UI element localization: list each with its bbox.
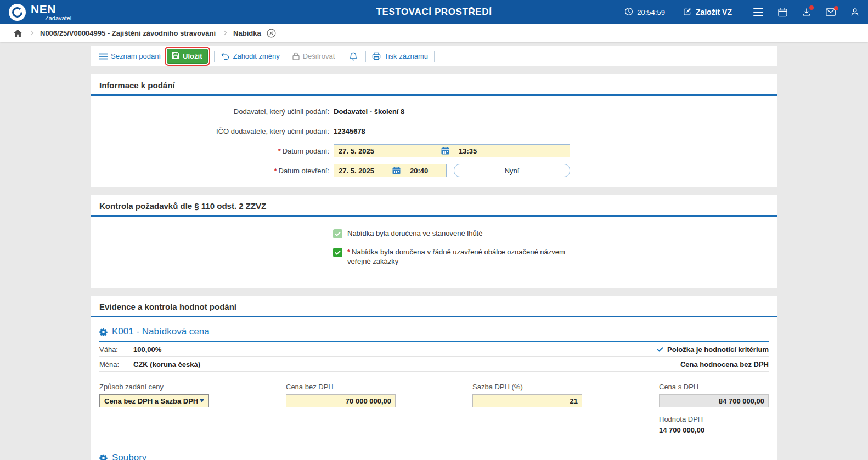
ico-value: 12345678 xyxy=(334,127,365,135)
lock-icon xyxy=(292,52,300,60)
mena-label: Měna: xyxy=(99,360,133,368)
topbar-actions: 20:54:59 Založit VZ xyxy=(624,6,859,18)
nen-logo-icon xyxy=(12,7,23,18)
topbar-icon-group xyxy=(753,8,859,17)
datum-podani-time-value: 13:35 xyxy=(459,147,477,155)
clock-time: 20:54:59 xyxy=(637,8,665,16)
menu-icon[interactable] xyxy=(753,8,763,16)
create-vz-button[interactable]: Založit VZ xyxy=(683,7,732,18)
chevron-down-icon xyxy=(200,399,204,402)
seznam-podani-button[interactable]: Seznam podání xyxy=(99,52,161,60)
breadcrumb-item-contract[interactable]: N006/25/V00004995 - Zajištění závodního … xyxy=(40,29,216,37)
vaha-row: Váha: 100,00% Položka je hodnotící krité… xyxy=(99,342,769,356)
toolbar-separator xyxy=(434,51,435,62)
record-toolbar: Seznam podání Uložit Zahodit změny Dešif… xyxy=(91,46,777,66)
list-icon xyxy=(99,53,108,60)
environment-title: TESTOVACÍ PROSTŘEDÍ xyxy=(376,7,492,18)
supplier-label: Dodavatel, který učinil podání: xyxy=(99,107,329,116)
zpusob-field: Způsob zadání ceny Cena bez DPH a Sazba … xyxy=(99,383,209,435)
cena-bez-dph-label: Cena bez DPH xyxy=(286,383,396,391)
datum-podani-label: *Datum podání: xyxy=(99,147,329,155)
datum-otevreni-date-value: 27. 5. 2025 xyxy=(339,167,374,175)
toolbar-separator xyxy=(365,51,366,62)
cena-bez-dph-field: Cena bez DPH 70 000 000,00 xyxy=(286,383,396,435)
zpusob-label: Způsob zadání ceny xyxy=(99,383,209,391)
discard-changes-button[interactable]: Zahodit změny xyxy=(221,52,279,60)
cena-s-dph-readonly: 84 700 000,00 xyxy=(659,394,769,407)
brand-name: NEN xyxy=(31,3,71,15)
required-asterisk: * xyxy=(278,147,281,155)
info-row: *Datum podání: 27. 5. 2025 13:35 xyxy=(99,144,769,157)
datum-podani-date-field[interactable]: 27. 5. 2025 xyxy=(334,144,454,157)
datum-otevreni-time-value: 20:40 xyxy=(410,167,428,175)
mail-badge xyxy=(834,6,838,10)
gear-icon xyxy=(99,454,108,460)
decrypt-button[interactable]: Dešifrovat xyxy=(292,52,335,60)
hodnota-dph-value: 14 700 000,00 xyxy=(659,426,704,434)
checkbox-obalka[interactable] xyxy=(333,248,342,257)
check-icon xyxy=(657,347,663,352)
info-body: Dodavatel, který učinil podání: Dodavate… xyxy=(91,96,777,187)
kontrola-body: Nabídka byla doručena ve stanovené lhůtě… xyxy=(91,217,777,288)
seznam-podani-label: Seznam podání xyxy=(111,52,161,60)
nen-logo[interactable] xyxy=(9,4,26,21)
print-record-label: Tisk záznamu xyxy=(384,52,428,60)
download-icon[interactable] xyxy=(802,8,811,16)
section-evidence-hodnot: Evidence a kontrola hodnot podání K001 -… xyxy=(91,296,777,460)
breadcrumb-item-nabidka[interactable]: Nabídka xyxy=(233,29,261,37)
gear-icon xyxy=(99,328,108,336)
clock-icon xyxy=(624,7,633,18)
check-icon xyxy=(335,231,341,236)
cena-bez-dph-input[interactable]: 70 000 000,00 xyxy=(286,394,396,407)
section-kontrola-pozadavku: Kontrola požadavků dle § 110 odst. 2 ZZV… xyxy=(91,195,777,288)
checkbox-lhuta[interactable] xyxy=(333,229,342,238)
required-asterisk: * xyxy=(274,167,277,175)
sazba-dph-field: Sazba DPH (%) 21 xyxy=(472,383,582,435)
kriterium-note: Položka je hodnotící kritérium xyxy=(657,345,769,354)
sazba-dph-input[interactable]: 21 xyxy=(472,394,582,407)
save-label: Uložit xyxy=(183,52,202,60)
datum-otevreni-date-field[interactable]: 27. 5. 2025 xyxy=(334,164,405,177)
check-row-lhuta: Nabídka byla doručena ve stanovené lhůtě xyxy=(333,229,769,238)
datum-otevreni-label: *Datum otevření: xyxy=(99,167,329,175)
datum-otevreni-control: 27. 5. 2025 20:40 Nyní xyxy=(334,164,570,177)
topbar-separator xyxy=(674,6,674,18)
info-row: IČO dodavatele, který učinil podání: 123… xyxy=(99,124,769,138)
row-divider xyxy=(99,371,769,372)
check-label-lhuta: Nabídka byla doručena ve stanovené lhůtě xyxy=(347,229,482,238)
sazba-dph-label: Sazba DPH (%) xyxy=(472,383,582,391)
toolbar-separator xyxy=(214,51,215,62)
calendar-picker-icon[interactable] xyxy=(441,147,449,155)
print-record-button[interactable]: Tisk záznamu xyxy=(372,52,428,60)
user-icon[interactable] xyxy=(850,8,859,16)
soubory-title: Soubory xyxy=(112,452,146,460)
calendar-picker-icon[interactable] xyxy=(392,167,401,174)
hodnota-dph-label: Hodnota DPH xyxy=(659,415,769,424)
datum-podani-time-field[interactable]: 13:35 xyxy=(454,144,570,157)
section-title: Evidence a kontrola hodnot podání xyxy=(91,296,777,316)
zpusob-select[interactable]: Cena bez DPH a Sazba DPH xyxy=(99,394,209,407)
ico-label: IČO dodavatele, který učinil podání: xyxy=(99,127,329,135)
printer-icon xyxy=(372,52,381,60)
cena-s-dph-label: Cena s DPH xyxy=(659,383,769,391)
datum-podani-control: 27. 5. 2025 13:35 xyxy=(334,144,570,157)
close-circle-icon[interactable] xyxy=(267,29,276,38)
info-row: *Datum otevření: 27. 5. 2025 20:40 xyxy=(99,164,769,177)
decrypt-label: Dešifrovat xyxy=(303,52,335,60)
section-title: Kontrola požadavků dle § 110 odst. 2 ZZV… xyxy=(91,195,777,215)
vaha-label: Váha: xyxy=(99,345,133,354)
bell-icon[interactable] xyxy=(347,52,359,61)
create-icon xyxy=(683,7,692,18)
calendar-icon[interactable] xyxy=(778,8,787,17)
save-button[interactable]: Uložit xyxy=(167,49,208,64)
nyni-button[interactable]: Nyní xyxy=(454,164,570,177)
home-icon[interactable] xyxy=(13,29,22,37)
cena-s-dph-field: Cena s DPH 84 700 000,00 Hodnota DPH 14 … xyxy=(659,383,769,435)
mail-icon[interactable] xyxy=(826,8,836,16)
undo-icon xyxy=(221,53,229,60)
datum-otevreni-time-field[interactable]: 20:40 xyxy=(405,164,447,177)
check-label-obalka: *Nabídka byla doručena v řádně uzavřené … xyxy=(347,247,569,266)
supplier-value: Dodavatel - školení 8 xyxy=(334,107,404,116)
section-informace-k-podani: Informace k podání Dodavatel, který učin… xyxy=(91,74,777,187)
required-asterisk: * xyxy=(347,248,350,256)
